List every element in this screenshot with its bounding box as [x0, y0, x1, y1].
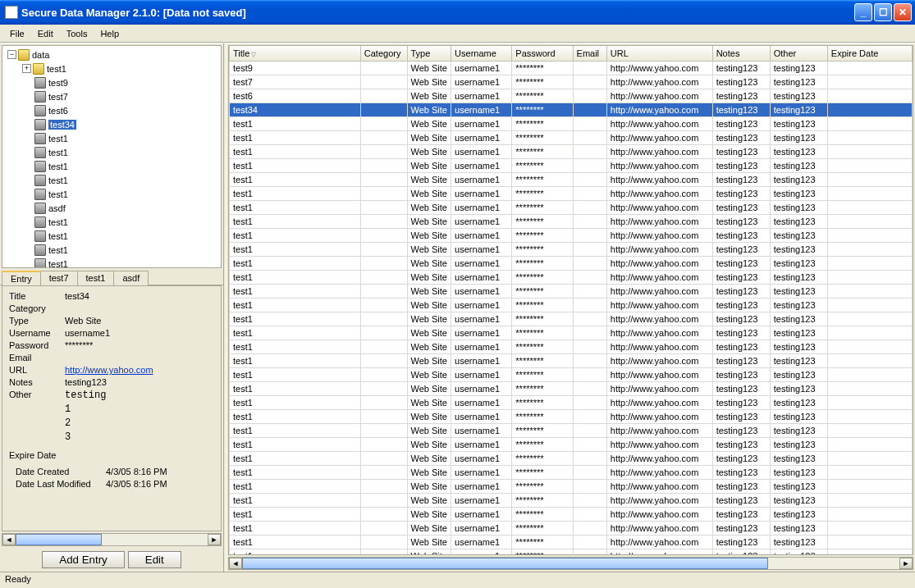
- tree-item[interactable]: test1: [4, 215, 219, 229]
- details-h-scrollbar[interactable]: ◄ ►: [2, 533, 222, 546]
- menu-edit[interactable]: Edit: [31, 27, 60, 40]
- tree-item[interactable]: test6: [4, 103, 219, 117]
- tree-item[interactable]: test1: [4, 173, 219, 187]
- table-row[interactable]: test1Web Siteusername1********http://www…: [230, 340, 913, 353]
- expand-icon[interactable]: +: [22, 64, 31, 73]
- column-header-title[interactable]: Title▽: [230, 46, 361, 61]
- table-row[interactable]: test1Web Siteusername1********http://www…: [230, 521, 913, 535]
- table-row[interactable]: test9Web Siteusername1********http://www…: [230, 61, 913, 75]
- table-row[interactable]: test1Web Siteusername1********http://www…: [230, 200, 913, 214]
- column-header-expire-date[interactable]: Expire Date: [827, 46, 912, 61]
- tree-label: test1: [48, 231, 68, 241]
- table-row[interactable]: test1Web Siteusername1********http://www…: [230, 395, 913, 409]
- tree-item[interactable]: test1: [4, 243, 219, 257]
- value-url[interactable]: http://www.yahoo.com: [65, 365, 214, 375]
- cell-type: Web Site: [407, 326, 451, 340]
- tab-test7[interactable]: test7: [40, 271, 78, 285]
- column-header-password[interactable]: Password: [512, 46, 573, 61]
- add-entry-button[interactable]: Add Entry: [42, 551, 125, 568]
- column-header-url[interactable]: URL: [606, 46, 712, 61]
- tab-test1[interactable]: test1: [77, 271, 115, 285]
- tree-item[interactable]: test1: [4, 187, 219, 201]
- table-h-scrollbar[interactable]: ◄ ►: [228, 557, 913, 570]
- tree-item[interactable]: test1: [4, 159, 219, 173]
- table-row[interactable]: test1Web Siteusername1********http://www…: [230, 270, 913, 284]
- tree-item[interactable]: test1: [4, 229, 219, 243]
- table-row[interactable]: test1Web Siteusername1********http://www…: [230, 423, 913, 437]
- table-row[interactable]: test1Web Siteusername1********http://www…: [230, 186, 913, 200]
- table-row[interactable]: test1Web Siteusername1********http://www…: [230, 130, 913, 144]
- minimize-button[interactable]: _: [854, 3, 872, 21]
- table-row[interactable]: test6Web Siteusername1********http://www…: [230, 89, 913, 103]
- table-row[interactable]: test1Web Siteusername1********http://www…: [230, 535, 913, 549]
- entries-table[interactable]: Title▽CategoryTypeUsernamePasswordEmailU…: [228, 45, 913, 555]
- tree-view[interactable]: −data+test1test9test7test6test34test1tes…: [2, 45, 222, 268]
- label-expire: Expire Date: [9, 450, 65, 460]
- table-row[interactable]: test1Web Siteusername1********http://www…: [230, 437, 913, 451]
- table-row[interactable]: test1Web Siteusername1********http://www…: [230, 172, 913, 186]
- cell-notes: testing123: [712, 479, 770, 493]
- titlebar[interactable]: Secure Data Manager 2.1.0: [Data not sav…: [0, 0, 915, 25]
- menu-file[interactable]: File: [3, 27, 31, 40]
- table-row[interactable]: test1Web Siteusername1********http://www…: [230, 549, 913, 555]
- table-row[interactable]: test1Web Siteusername1********http://www…: [230, 228, 913, 242]
- table-row[interactable]: test1Web Siteusername1********http://www…: [230, 242, 913, 256]
- cell-title: test1: [230, 465, 361, 479]
- tree-item[interactable]: test1: [4, 145, 219, 159]
- table-row[interactable]: test1Web Siteusername1********http://www…: [230, 507, 913, 521]
- table-row[interactable]: test1Web Siteusername1********http://www…: [230, 312, 913, 326]
- menu-help[interactable]: Help: [94, 27, 126, 40]
- scroll-right-icon[interactable]: ►: [208, 534, 221, 545]
- table-row[interactable]: test1Web Siteusername1********http://www…: [230, 409, 913, 423]
- statusbar: Ready: [0, 572, 915, 588]
- tree-item[interactable]: asdf: [4, 201, 219, 215]
- table-row[interactable]: test1Web Siteusername1********http://www…: [230, 284, 913, 298]
- cell-type: Web Site: [407, 521, 451, 535]
- tree-item[interactable]: test1: [4, 131, 219, 145]
- table-row[interactable]: test1Web Siteusername1********http://www…: [230, 158, 913, 172]
- table-row[interactable]: test1Web Siteusername1********http://www…: [230, 298, 913, 312]
- table-row[interactable]: test1Web Siteusername1********http://www…: [230, 367, 913, 381]
- column-header-username[interactable]: Username: [451, 46, 512, 61]
- table-row[interactable]: test1Web Siteusername1********http://www…: [230, 256, 913, 270]
- table-row[interactable]: test1Web Siteusername1********http://www…: [230, 214, 913, 228]
- tab-entry[interactable]: Entry: [2, 271, 41, 285]
- table-row[interactable]: test1Web Siteusername1********http://www…: [230, 451, 913, 465]
- edit-button[interactable]: Edit: [128, 551, 181, 568]
- tree-root[interactable]: −data: [4, 48, 219, 62]
- tab-asdf[interactable]: asdf: [113, 271, 149, 285]
- column-header-notes[interactable]: Notes: [712, 46, 770, 61]
- column-header-email[interactable]: Email: [573, 46, 606, 61]
- tree-item[interactable]: test1: [4, 257, 219, 268]
- scroll-left-icon[interactable]: ◄: [2, 534, 16, 545]
- collapse-icon[interactable]: −: [7, 50, 16, 59]
- cell-notes: testing123: [712, 116, 770, 130]
- tree-label: test9: [48, 78, 68, 88]
- cell-other: testing123: [770, 465, 827, 479]
- tree-item[interactable]: test34: [4, 117, 219, 131]
- table-row[interactable]: test1Web Siteusername1********http://www…: [230, 479, 913, 493]
- table-row[interactable]: test1Web Siteusername1********http://www…: [230, 326, 913, 340]
- maximize-button[interactable]: ☐: [874, 3, 892, 21]
- cell-email: [573, 89, 606, 103]
- scroll-left-icon[interactable]: ◄: [229, 558, 242, 569]
- table-row[interactable]: test1Web Siteusername1********http://www…: [230, 465, 913, 479]
- table-row[interactable]: test1Web Siteusername1********http://www…: [230, 144, 913, 158]
- table-row[interactable]: test1Web Siteusername1********http://www…: [230, 381, 913, 395]
- table-row[interactable]: test34Web Siteusername1********http://ww…: [230, 103, 913, 116]
- table-row[interactable]: test1Web Siteusername1********http://www…: [230, 116, 913, 130]
- scroll-right-icon[interactable]: ►: [899, 558, 913, 569]
- table-row[interactable]: test1Web Siteusername1********http://www…: [230, 493, 913, 507]
- cell-username: username1: [451, 437, 512, 451]
- column-header-other[interactable]: Other: [770, 46, 827, 61]
- cell-username: username1: [451, 451, 512, 465]
- column-header-type[interactable]: Type: [407, 46, 451, 61]
- close-button[interactable]: ✕: [894, 3, 912, 21]
- table-row[interactable]: test1Web Siteusername1********http://www…: [230, 353, 913, 367]
- column-header-category[interactable]: Category: [360, 46, 407, 61]
- table-row[interactable]: test7Web Siteusername1********http://www…: [230, 75, 913, 89]
- tree-item[interactable]: test9: [4, 75, 219, 89]
- menu-tools[interactable]: Tools: [60, 27, 94, 40]
- tree-item[interactable]: test7: [4, 89, 219, 103]
- tree-item[interactable]: +test1: [4, 62, 219, 75]
